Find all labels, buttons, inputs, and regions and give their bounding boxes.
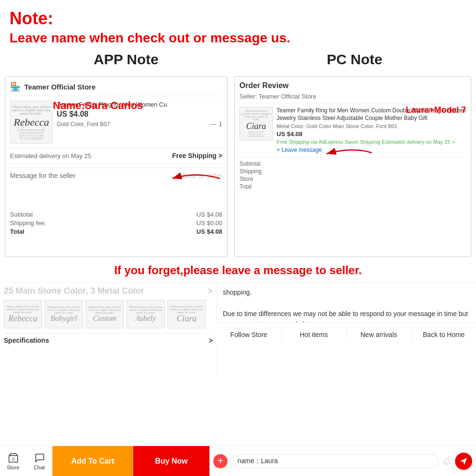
nav-hot-items[interactable]: Hot items [282,327,347,343]
font-sample-ashely: Please leave your custom name in english… [127,300,165,328]
pc-arrow-svg [319,144,377,163]
svg-rect-3 [12,457,15,462]
buy-now-button[interactable]: Buy Now [133,446,209,476]
font-sample-custom: Please leave your custom name in english… [86,300,124,328]
nav-new-arrivals[interactable]: New arrivals [347,327,412,343]
store-icon: 🏪 [10,81,20,92]
store-icon-btn[interactable]: Store [0,450,26,472]
top-section: Note: Leave name when check out or messa… [0,0,476,76]
bottom-right: shopping. Due to time differences we may… [217,282,476,377]
stone-color-header: 25 Main Stone Color, 3 Metal Color > [4,286,213,296]
pc-seller-line: Seller: Teamer Official Store [239,93,466,103]
specifications-header: Specifications > [4,333,213,344]
qty-control: — 1 [210,120,222,128]
app-subtotal-row: Subtotal US $4.08 [10,211,222,218]
pc-total-row: Total [239,183,466,190]
forget-message: If you forget,please leave a message to … [0,257,476,282]
app-total-row: Total US $4.08 [10,228,222,235]
chat-input[interactable] [230,454,439,468]
qty-minus[interactable]: — [210,120,216,128]
left-arrow-svg [168,169,225,188]
font-sample-rebecca: Please leave your custom name in english… [4,300,42,328]
bottom-action-bar: Store Chat Add To Cart Buy Now + ☺ [0,446,476,476]
chat-label: Chat [34,465,45,470]
app-store-header: 🏪 Teamer Official Store [10,81,222,96]
laura-annotation: Laura+Model 7 [406,105,466,115]
bottom-nav: Follow Store Hot items New arrivals Back… [217,322,476,347]
nav-back-to-home[interactable]: Back to Home [412,327,476,343]
qty-value: 1 [219,120,222,128]
app-panel: 🏪 Teamer Official Store Please leave you… [5,76,228,257]
chat-plus-button[interactable]: + [213,454,228,468]
pc-order-review-title: Order Review [239,81,466,90]
app-delivery-text: Estimated delivery on May 25 [10,152,91,159]
pc-shipping-row: Shipping [239,168,466,175]
app-message-row[interactable]: Message for the seller Note to seller [10,168,222,183]
main-content: 🏪 Teamer Official Store Please leave you… [0,76,476,257]
store-chat-icons: Store Chat [0,450,52,472]
pc-store-row: Store [239,176,466,182]
bottom-left: 25 Main Stone Color, 3 Metal Color > Ple… [0,282,217,377]
pc-product-img: Please leave your custom name in english… [239,107,273,140]
pc-leave-message[interactable]: + Leave message [277,147,466,153]
pc-metal-info: Metal Color: Gold Color Main Stone Color… [277,123,466,129]
emoji-button[interactable]: ☺ [442,455,452,467]
pc-panel: Order Review Seller: Teamer Official Sto… [234,76,471,257]
columns-header: APP Note PC Note [10,51,466,68]
font-sample-ciara: Please leave your custom name in english… [168,300,206,328]
name-annotation: Name:Sara Carlos [53,99,143,112]
app-shipping-row: Shipping fee: US $0.00 [10,219,222,227]
note-subtitle: Leave name when check out or message us. [10,30,466,46]
send-button[interactable] [455,453,472,470]
app-free-shipping: Free Shipping > [172,152,223,159]
font-sample-babygirl: Please leave your custom name in english… [45,300,83,328]
app-message-label: Message for the seller [10,172,76,179]
store-label: Store [7,465,19,470]
stone-color-chevron[interactable]: > [208,286,213,296]
stone-color-label: 25 Main Stone Color, 3 Metal Color [4,286,144,296]
app-delivery-row: Estimated delivery on May 25 Free Shippi… [10,148,222,164]
note-title: Note: [10,9,466,29]
app-totals: Subtotal US $4.08 Shipping fee: US $0.00… [10,211,222,235]
specifications-chevron[interactable]: > [209,337,213,344]
app-product-image: Please leave your custom name in english… [10,101,53,144]
app-store-name: Teamer Official Store [24,83,96,91]
chat-icon-btn[interactable]: Chat [26,450,52,472]
pc-price: US $4.08 [277,130,466,138]
shopping-text: shopping. [223,288,252,296]
nav-follow-store[interactable]: Follow Store [217,327,282,343]
chat-area: + ☺ [209,453,476,470]
store-svg-icon [8,452,19,464]
add-to-cart-button[interactable]: Add To Cart [52,446,133,476]
pc-note-header: PC Note [327,51,383,68]
font-samples: Please leave your custom name in english… [4,300,213,328]
send-icon [459,457,468,466]
bottom-section: 25 Main Stone Color, 3 Metal Color > Ple… [0,282,476,377]
specifications-label: Specifications [4,337,49,344]
app-note-header: APP Note [94,51,159,68]
chat-svg-icon [34,452,45,464]
app-product-variant: Gold Color, Font B07 — 1 [57,120,222,128]
